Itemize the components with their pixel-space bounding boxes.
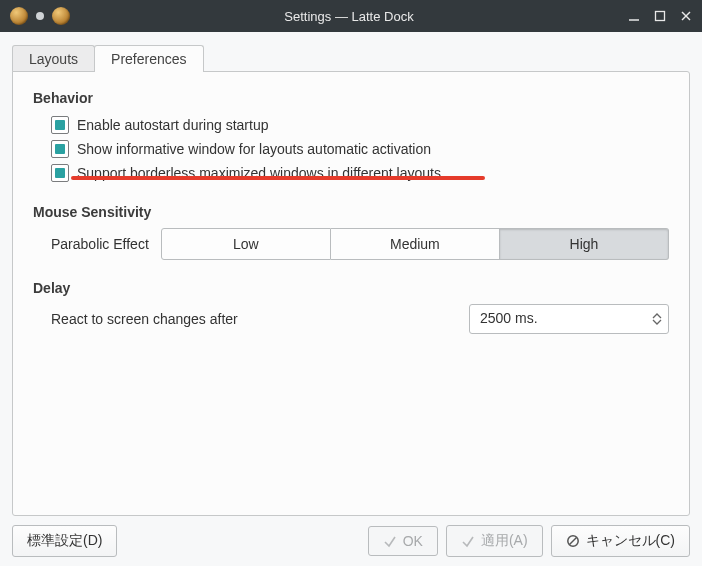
checkbox-label: Enable autostart during startup — [77, 117, 268, 133]
close-icon[interactable] — [680, 10, 692, 22]
parabolic-effect-group: Low Medium High — [161, 228, 669, 260]
section-mouse-sensitivity: Mouse Sensitivity Parabolic Effect Low M… — [33, 204, 669, 260]
checkbox-autostart[interactable] — [51, 116, 69, 134]
tab-panel-preferences: Behavior Enable autostart during startup… — [12, 71, 690, 516]
tab-layouts[interactable]: Layouts — [12, 45, 95, 72]
button-label: 適用(A) — [481, 532, 528, 550]
svg-rect-1 — [656, 12, 665, 21]
cancel-button[interactable]: キャンセル(C) — [551, 525, 690, 557]
seg-low[interactable]: Low — [161, 228, 331, 260]
svg-line-5 — [569, 538, 576, 545]
check-icon — [383, 534, 397, 548]
button-label: キャンセル(C) — [586, 532, 675, 550]
delay-spinbox[interactable]: 2500 ms. — [469, 304, 669, 334]
ok-button[interactable]: OK — [368, 526, 438, 556]
section-delay: Delay React to screen changes after 2500… — [33, 280, 669, 334]
apply-button[interactable]: 適用(A) — [446, 525, 543, 557]
tab-preferences[interactable]: Preferences — [94, 45, 203, 72]
checkbox-row-autostart[interactable]: Enable autostart during startup — [51, 114, 669, 136]
section-behavior: Behavior Enable autostart during startup… — [33, 90, 669, 184]
defaults-button[interactable]: 標準設定(D) — [12, 525, 117, 557]
delay-label: React to screen changes after — [51, 311, 238, 327]
window-title: Settings — Latte Dock — [70, 9, 628, 24]
maximize-icon[interactable] — [654, 10, 666, 22]
parabolic-effect-label: Parabolic Effect — [51, 236, 149, 252]
button-label: 標準設定(D) — [27, 532, 102, 550]
titlebar-dot-icon — [36, 12, 44, 20]
window-titlebar: Settings — Latte Dock — [0, 0, 702, 32]
minimize-icon[interactable] — [628, 10, 640, 22]
dialog-button-bar: 標準設定(D) OK 適用(A) キャンセル(C) — [0, 516, 702, 566]
spin-arrows[interactable] — [646, 305, 668, 333]
checkbox-informative-window[interactable] — [51, 140, 69, 158]
checkbox-borderless[interactable] — [51, 164, 69, 182]
check-icon — [461, 534, 475, 548]
section-title-delay: Delay — [33, 280, 669, 296]
app-icon-2 — [52, 7, 70, 25]
forbidden-icon — [566, 534, 580, 548]
annotation-underline — [71, 176, 485, 180]
button-label: OK — [403, 533, 423, 549]
delay-value[interactable]: 2500 ms. — [470, 305, 646, 333]
seg-medium[interactable]: Medium — [331, 228, 500, 260]
checkbox-label: Show informative window for layouts auto… — [77, 141, 431, 157]
app-icon — [10, 7, 28, 25]
checkbox-row-borderless[interactable]: Support borderless maximized windows in … — [51, 162, 669, 184]
seg-high[interactable]: High — [500, 228, 669, 260]
checkbox-row-informative-window[interactable]: Show informative window for layouts auto… — [51, 138, 669, 160]
chevron-down-icon[interactable] — [652, 319, 662, 325]
section-title-behavior: Behavior — [33, 90, 669, 106]
section-title-mouse: Mouse Sensitivity — [33, 204, 669, 220]
tab-bar: Layouts Preferences — [12, 44, 690, 72]
